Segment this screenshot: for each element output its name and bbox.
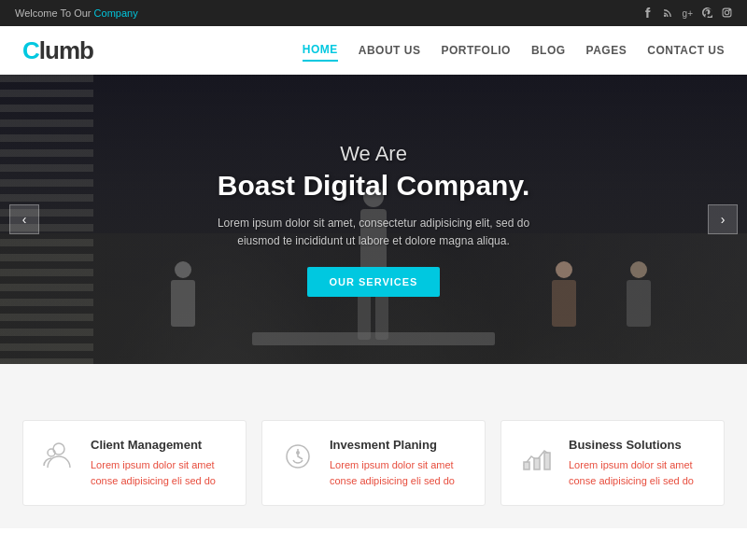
hero-prev-button[interactable]: ‹ (9, 204, 39, 234)
section-spacer (0, 364, 747, 392)
feature-desc-investment: Lorem ipsum dolor sit amet conse adipisi… (330, 457, 468, 488)
pinterest-icon[interactable] (702, 7, 712, 20)
svg-point-3 (729, 9, 730, 10)
business-solutions-icon (518, 438, 556, 475)
logo-c: C (22, 36, 39, 64)
feature-text-business: Business Solutions Lorem ipsum dolor sit… (569, 438, 707, 488)
hero-title: Boast Digital Company. (218, 170, 529, 202)
svg-rect-9 (534, 458, 540, 469)
nav-pages[interactable]: PAGES (586, 40, 627, 61)
hero-next-button[interactable]: › (708, 204, 738, 234)
logo[interactable]: Clumb (22, 36, 93, 65)
feature-title-client: Client Management (91, 438, 229, 452)
feature-card-business: Business Solutions Lorem ipsum dolor sit… (500, 420, 725, 506)
social-icons: g+ (643, 7, 732, 20)
header: Clumb HOME ABOUT US PORTFOLIO BLOG PAGES… (0, 26, 747, 75)
features-section: Client Management Lorem ipsum dolor sit … (0, 392, 747, 528)
feature-desc-client: Lorem ipsum dolor sit amet conse adipisi… (91, 457, 229, 488)
feature-text-client: Client Management Lorem ipsum dolor sit … (91, 438, 229, 488)
hero-description: Lorem ipsum dolor sit amet, consectetur … (205, 215, 542, 250)
nav-home[interactable]: HOME (303, 39, 338, 62)
nav-about[interactable]: ABOUT US (359, 40, 421, 61)
feature-card-client: Client Management Lorem ipsum dolor sit … (22, 420, 247, 506)
client-management-icon (40, 438, 78, 475)
our-services-button[interactable]: OUR SERVICES (307, 267, 441, 297)
svg-rect-10 (544, 453, 550, 469)
svg-rect-8 (524, 462, 529, 469)
feature-title-investment: Invesment Planing (330, 438, 468, 452)
hero-content: We Are Boast Digital Company. Lorem ipsu… (0, 75, 747, 364)
rss-icon[interactable] (663, 7, 673, 20)
nav-blog[interactable]: BLOG (531, 40, 566, 61)
nav: HOME ABOUT US PORTFOLIO BLOG PAGES CONTA… (303, 39, 725, 62)
top-bar: Welcome To Our Company g+ (0, 0, 747, 26)
svg-point-0 (663, 14, 666, 17)
feature-card-investment: Invesment Planing Lorem ipsum dolor sit … (261, 420, 486, 506)
nav-contact[interactable]: CONTACT US (647, 40, 725, 61)
logo-rest: lumb (39, 36, 93, 64)
facebook-icon[interactable] (643, 7, 654, 20)
investment-planning-icon (279, 438, 317, 475)
googleplus-icon[interactable]: g+ (683, 8, 693, 19)
svg-point-7 (296, 451, 300, 455)
hero-section: ‹ We Are Boast Digital Company. Lorem ip… (0, 75, 747, 364)
hero-subtitle: We Are (340, 142, 407, 166)
feature-title-business: Business Solutions (569, 438, 707, 452)
instagram-icon[interactable] (722, 7, 732, 20)
feature-desc-business: Lorem ipsum dolor sit amet conse adipisi… (569, 457, 707, 488)
feature-text-investment: Invesment Planing Lorem ipsum dolor sit … (330, 438, 468, 488)
nav-portfolio[interactable]: PORTFOLIO (441, 40, 511, 61)
welcome-text: Welcome To Our Company (15, 7, 138, 19)
svg-point-2 (725, 10, 728, 14)
